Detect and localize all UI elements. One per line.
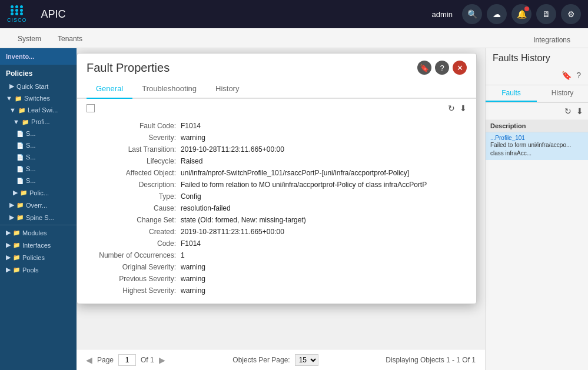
cloud-icon[interactable]: ☁	[487, 4, 507, 24]
download-icon[interactable]: ⬇	[576, 106, 583, 116]
tab-history[interactable]: History	[537, 85, 588, 102]
bookmark-button[interactable]: 🔖	[417, 61, 431, 75]
field-label: Created:	[87, 228, 181, 236]
sidebar-label: S...	[26, 165, 36, 172]
field-label: Affected Object:	[87, 169, 181, 177]
field-value: warning	[181, 263, 205, 271]
sidebar-item-doc3[interactable]: 📄 S...	[0, 151, 77, 163]
help-button[interactable]: ?	[435, 61, 449, 75]
displaying-label: Displaying Objects 1 - 1 Of 1	[386, 356, 476, 364]
sidebar-label: Pools	[22, 266, 39, 274]
of-label: Of 1	[141, 356, 154, 364]
tab-faults[interactable]: Faults	[486, 85, 537, 102]
field-value: uni/infra/nprof-SwitchProfile_101/rsaccP…	[181, 169, 409, 177]
field-label: Type:	[87, 192, 181, 201]
field-label: Number of Occurrences:	[87, 251, 181, 259]
bell-icon[interactable]: 🔔	[511, 4, 531, 24]
folder-open-icon: ▼	[9, 106, 16, 114]
sidebar-item-spine[interactable]: ▶ 📁 Spine S...	[0, 211, 77, 224]
fault-row: Highest Severity: warning	[87, 285, 467, 296]
content-area: Fault Properties 🔖 ? ✕ General Troublesh…	[77, 48, 588, 370]
field-value: warning	[181, 134, 205, 142]
sidebar-label: Modules	[22, 229, 47, 236]
folder-icon: ▶	[6, 229, 11, 236]
prev-arrow[interactable]: ◀	[86, 355, 92, 365]
per-page-select[interactable]: 15 25 50	[295, 354, 318, 366]
arrow-icon: ▶	[9, 82, 14, 90]
close-button[interactable]: ✕	[453, 61, 467, 75]
next-arrow[interactable]: ▶	[159, 355, 165, 365]
download-button[interactable]: ⬇	[460, 104, 467, 113]
search-icon[interactable]: 🔍	[462, 4, 482, 24]
sidebar-item-overr[interactable]: ▶ 📁 Overr...	[0, 199, 77, 211]
pagination-bar: ◀ Page Of 1 ▶ Objects Per Page: 15 25 50…	[77, 349, 485, 370]
folder-icon: ▶	[13, 189, 18, 196]
sidebar-item-policies2[interactable]: ▶ 📁 Policies	[0, 251, 77, 264]
sidebar-label: Overr...	[26, 202, 47, 209]
fault-row: Affected Object: uni/infra/nprof-SwitchP…	[87, 167, 467, 179]
sidebar-item-switches[interactable]: ▼ 📁 Switches	[0, 92, 77, 104]
field-label: Description:	[87, 181, 181, 189]
sidebar-label: S...	[26, 154, 36, 161]
sidebar-section: Policies	[0, 65, 77, 80]
field-label: Cause:	[87, 204, 181, 212]
fault-row: Last Transition: 2019-10-28T11:23:11.665…	[87, 144, 467, 155]
sidebar-item-doc1[interactable]: 📄 S...	[0, 128, 77, 139]
cisco-logo: CISCO	[7, 5, 27, 23]
field-value: 2019-10-28T11:23:11.665+00:00	[181, 228, 284, 236]
sidebar-item-quickstart[interactable]: ▶ Quick Start	[0, 80, 77, 92]
field-label: Lifecycle:	[87, 157, 181, 165]
fault-row: Severity: warning	[87, 132, 467, 144]
screen-icon[interactable]: 🖥	[536, 4, 556, 24]
fault-row: Number of Occurrences: 1	[87, 249, 467, 261]
fault-row: Previous Severity: warning	[87, 273, 467, 285]
sidebar-item-interfaces[interactable]: ▶ 📁 Interfaces	[0, 239, 77, 251]
tab-tenants[interactable]: Tenants	[49, 31, 91, 48]
tab-general[interactable]: General	[87, 79, 132, 99]
list-item[interactable]: ...Profile_101 Failed to form uni/infra/…	[486, 132, 588, 160]
sidebar-label: S...	[26, 177, 36, 184]
fault-row: Code: F1014	[87, 238, 467, 249]
faults-history-title: Faults History	[486, 48, 588, 66]
field-label: Fault Code:	[87, 122, 181, 130]
folder-icon: ▼	[6, 95, 12, 102]
field-value: warning	[181, 275, 205, 283]
sidebar-item-profile[interactable]: ▼ 📁 Profi...	[0, 116, 77, 128]
second-nav: System Tenants Integrations	[0, 28, 588, 48]
sidebar: Invento... Policies ▶ Quick Start ▼ 📁 Sw…	[0, 48, 77, 370]
refresh-icon[interactable]: ↻	[564, 106, 572, 116]
field-label: Previous Severity:	[87, 275, 181, 283]
tab-troubleshooting[interactable]: Troubleshooting	[132, 79, 206, 99]
help-icon[interactable]: ?	[576, 71, 581, 80]
gear-icon[interactable]: ⚙	[561, 4, 581, 24]
profile-link[interactable]: ...Profile_101	[490, 135, 583, 141]
right-panel-tabs: Faults History	[486, 85, 588, 103]
tab-system[interactable]: System	[9, 31, 49, 48]
sidebar-item-pools[interactable]: ▶ 📁 Pools	[0, 264, 77, 276]
refresh-button[interactable]: ↻	[448, 104, 455, 113]
field-value: Raised	[181, 157, 202, 165]
field-label: Original Severity:	[87, 263, 181, 271]
field-value: resolution-failed	[181, 204, 231, 212]
sidebar-item-policies[interactable]: ▶ 📁 Polic...	[0, 186, 77, 199]
field-value: Config	[181, 192, 201, 201]
fault-table: Fault Code: F1014 Severity: warning Last…	[87, 120, 467, 296]
sidebar-item-modules[interactable]: ▶ 📁 Modules	[0, 226, 77, 239]
sidebar-item-doc5[interactable]: 📄 S...	[0, 175, 77, 186]
sidebar-label: Quick Start	[16, 83, 48, 90]
tab-history[interactable]: History	[206, 79, 248, 99]
sidebar-item-doc2[interactable]: 📄 S...	[0, 139, 77, 151]
field-label: Highest Severity:	[87, 286, 181, 295]
sidebar-item-doc4[interactable]: 📄 S...	[0, 163, 77, 175]
page-input[interactable]	[118, 354, 136, 366]
fault-row: Fault Code: F1014	[87, 120, 467, 132]
bookmark-icon[interactable]: 🔖	[562, 71, 572, 80]
field-label: Change Set:	[87, 216, 181, 224]
folder-icon: ▶	[6, 254, 11, 261]
top-bar: CISCO APIC admin 🔍 ☁ 🔔 🖥 ⚙	[0, 0, 588, 28]
sidebar-item-leafswi[interactable]: ▼ 📁 Leaf Swi...	[0, 104, 77, 116]
select-all-checkbox[interactable]	[87, 104, 95, 112]
modal-tabs: General Troubleshooting History	[77, 79, 476, 99]
modal-body: Fault Code: F1014 Severity: warning Last…	[77, 118, 476, 304]
fault-row: Change Set: state (Old: formed, New: mis…	[87, 214, 467, 226]
